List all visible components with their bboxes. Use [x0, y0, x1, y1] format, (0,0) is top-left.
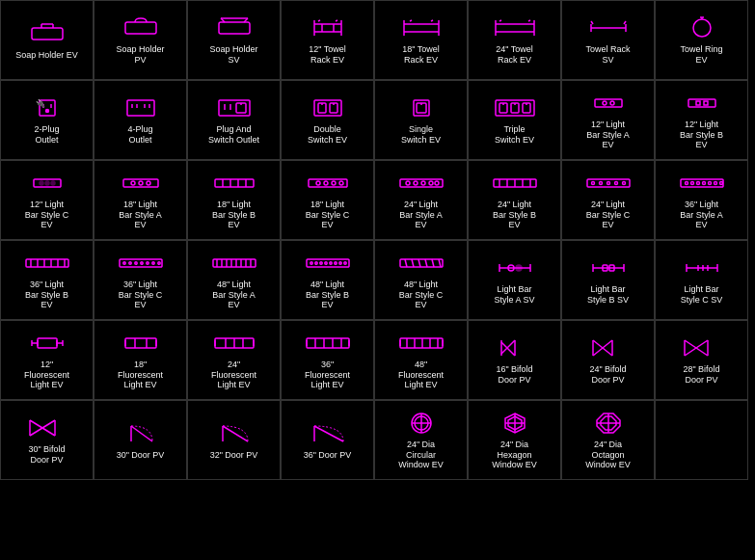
- single-switch-ev: SingleSwitch EV: [374, 80, 468, 160]
- 4-plug-outlet-icon: [118, 94, 164, 121]
- 30-door-pv-icon: [118, 420, 164, 447]
- 48-fluor-light-ev-label: 48"FluorescentLight EV: [398, 360, 444, 390]
- 18-light-bar-style-a-ev: 18" LightBar Style AEV: [94, 160, 187, 240]
- 12-light-bar-style-a-ev-icon: [585, 90, 632, 117]
- 12-towel-rack-ev-label: 12" TowelRack EV: [309, 44, 346, 66]
- svg-point-147: [334, 262, 336, 264]
- svg-point-112: [696, 181, 699, 184]
- 18-fluor-light-ev-icon: [118, 330, 164, 357]
- 18-towel-rack-ev-label: 18" TowelRack EV: [402, 44, 440, 66]
- svg-point-79: [139, 181, 143, 185]
- soap-holder-sv: Soap HolderSV: [187, 0, 281, 80]
- svg-point-78: [131, 181, 135, 185]
- svg-point-90: [339, 181, 343, 185]
- plug-switch-outlet-icon: [211, 94, 257, 121]
- soap-holder-pv-label: Soap HolderPV: [116, 44, 164, 66]
- svg-rect-70: [688, 99, 715, 107]
- towel-ring-ev: Towel RingEV: [655, 0, 748, 80]
- 36-light-bar-style-a-ev-label: 36" LightBar Style AEV: [680, 200, 723, 230]
- svg-rect-42: [127, 100, 154, 116]
- 30-bifold-door-pv: 30" BifoldDoor PV: [0, 400, 94, 480]
- 36-light-bar-style-c-ev-label: 36" LightBar Style CEV: [119, 280, 163, 310]
- svg-point-34: [693, 19, 711, 37]
- svg-point-114: [708, 181, 711, 184]
- double-switch-ev: DoubleSwitch EV: [281, 80, 374, 160]
- svg-point-115: [714, 181, 716, 184]
- 24-light-bar-style-c-ev-icon: [585, 170, 632, 197]
- 12-light-bar-style-c-ev-label: 12" LightBar Style CEV: [25, 200, 69, 230]
- empty-cell-row6-col8: [655, 400, 748, 480]
- 12-fluor-light-ev-icon: [24, 330, 70, 357]
- light-bar-style-a-sv-label: Light BarStyle A SV: [494, 284, 534, 306]
- 18-light-bar-style-c-ev: 18" LightBar Style CEV: [281, 160, 374, 240]
- svg-line-28: [528, 20, 530, 21]
- 30-door-pv: 30" Door PV: [94, 400, 187, 480]
- svg-point-149: [343, 262, 345, 264]
- svg-point-87: [316, 181, 320, 185]
- svg-point-75: [45, 181, 49, 185]
- svg-point-148: [338, 262, 340, 264]
- svg-point-105: [599, 181, 602, 184]
- svg-point-125: [122, 262, 124, 264]
- svg-point-107: [614, 181, 617, 184]
- 18-light-bar-style-b-ev: 18" LightBar Style BEV: [187, 160, 281, 240]
- 36-light-bar-style-b-ev: 36" LightBar Style BEV: [0, 240, 94, 320]
- svg-point-68: [603, 101, 607, 105]
- 36-fluor-light-ev: 36"FluorescentLight EV: [281, 320, 374, 400]
- svg-rect-77: [123, 179, 158, 187]
- 36-door-pv-label: 36" Door PV: [304, 450, 352, 461]
- 18-fluor-light-ev-label: 18"FluorescentLight EV: [118, 360, 163, 390]
- svg-point-96: [435, 181, 439, 185]
- svg-line-21: [410, 20, 412, 21]
- svg-line-225: [223, 426, 248, 441]
- svg-point-161: [516, 265, 522, 271]
- svg-point-127: [134, 262, 136, 264]
- 48-light-bar-style-b-ev: 48" LightBar Style BEV: [281, 240, 374, 320]
- 2-plug-outlet-icon: 🔌: [24, 94, 70, 121]
- soap-holder-pv: Soap HolderPV: [94, 0, 187, 80]
- svg-line-156: [439, 259, 441, 267]
- 16-bifold-door-pv-icon: [492, 334, 538, 361]
- 12-towel-rack-ev-icon: [305, 14, 351, 41]
- soap-holder-pv-icon: [118, 14, 164, 41]
- plug-switch-outlet: Plug AndSwitch Outlet: [187, 80, 281, 160]
- svg-point-130: [151, 262, 153, 264]
- light-bar-style-a-sv: Light BarStyle A SV: [468, 240, 561, 320]
- svg-line-27: [499, 20, 501, 21]
- 12-fluor-light-ev-label: 12"FluorescentLight EV: [24, 360, 69, 390]
- svg-line-155: [432, 259, 434, 267]
- 48-light-bar-style-a-ev-icon: [211, 250, 257, 277]
- svg-rect-5: [219, 22, 250, 34]
- 24-octagon-window-ev: 24" DiaOctagonWindow EV: [561, 400, 655, 480]
- 36-door-pv: 36" Door PV: [281, 400, 374, 480]
- towel-ring-ev-label: Towel RingEV: [680, 44, 722, 66]
- 48-fluor-light-ev: 48"FluorescentLight EV: [374, 320, 468, 400]
- 16-bifold-door-pv-label: 16" BifoldDoor PV: [496, 364, 532, 386]
- svg-line-32: [591, 21, 593, 24]
- 18-light-bar-style-b-ev-label: 18" LightBar Style BEV: [212, 200, 256, 230]
- 24-light-bar-style-a-ev-icon: [398, 170, 445, 197]
- 36-light-bar-style-c-ev: 36" LightBar Style CEV: [94, 240, 187, 320]
- svg-point-89: [332, 181, 336, 185]
- 24-fluor-light-ev-icon: [211, 330, 257, 357]
- svg-point-126: [128, 262, 130, 264]
- svg-line-152: [412, 259, 414, 267]
- svg-rect-191: [307, 338, 349, 348]
- svg-line-22: [431, 20, 433, 21]
- svg-point-92: [406, 181, 410, 185]
- svg-line-33: [624, 21, 626, 24]
- 24-bifold-door-pv: 24" BifoldDoor PV: [561, 320, 655, 400]
- svg-rect-72: [704, 101, 708, 105]
- light-bar-style-b-sv-icon: [585, 254, 632, 281]
- svg-rect-117: [26, 259, 68, 267]
- 18-light-bar-style-a-ev-icon: [118, 170, 164, 197]
- 12-light-bar-style-b-ev-label: 12" LightBar Style BEV: [680, 120, 723, 150]
- plug-switch-outlet-label: Plug AndSwitch Outlet: [208, 124, 259, 146]
- 28-bifold-door-pv: 28" BifoldDoor PV: [655, 320, 748, 400]
- 24-octagon-window-ev-icon: [585, 410, 632, 437]
- 24-circular-window-ev-icon: [398, 410, 445, 437]
- double-switch-ev-label: DoubleSwitch EV: [308, 124, 347, 146]
- svg-point-131: [157, 262, 159, 264]
- svg-point-142: [310, 262, 311, 264]
- 18-light-bar-style-c-ev-icon: [305, 170, 351, 197]
